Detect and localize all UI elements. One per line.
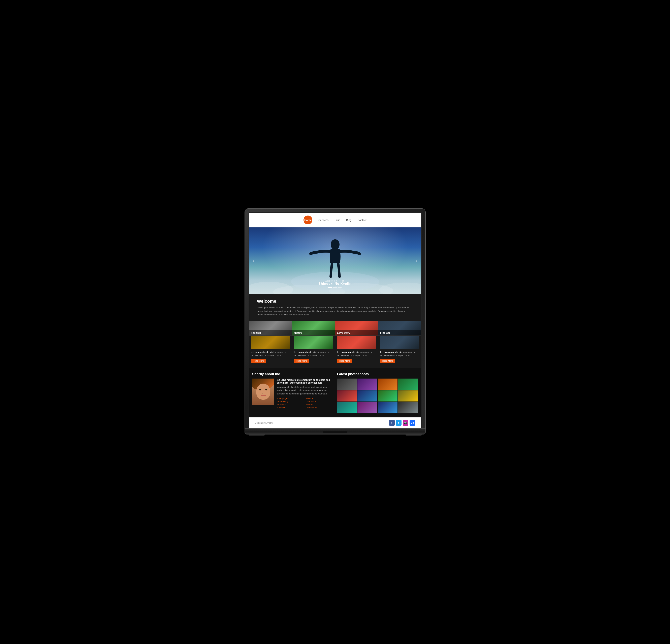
hero-caption-title: Shingeki No Kyojin — [319, 282, 352, 285]
about-tag-6: -Lifestyle — [277, 406, 303, 409]
hero-dot-1[interactable] — [328, 287, 332, 288]
twitter-button[interactable]: t — [396, 420, 402, 426]
latest-thumb-11[interactable] — [398, 402, 418, 413]
facebook-button[interactable]: f — [389, 420, 395, 426]
instagram-button[interactable]: 📷 — [403, 420, 408, 426]
about-latest-section: Shortly about me — [249, 368, 421, 417]
gallery-cat-fashion[interactable]: Fashion — [249, 321, 292, 335]
svg-point-6 — [309, 253, 312, 255]
laptop-notch — [323, 431, 347, 433]
about-tag-1: -Fashion — [305, 397, 331, 400]
blog-item-3: leo urna molestie at elementum eu faci s… — [378, 336, 421, 365]
nav-contact[interactable]: Contact — [358, 218, 366, 222]
screen: Home Services Folio Blog Contact — [249, 212, 421, 428]
hero-dot-3[interactable] — [338, 287, 341, 288]
gallery-cat-label-lovestory: Love story — [335, 330, 378, 335]
latest-thumb-0[interactable] — [337, 378, 357, 390]
laptop-feet — [244, 434, 426, 436]
latest-thumb-1[interactable] — [358, 378, 377, 390]
blog-text-2: leo urna molestie at elementum eu faci s… — [337, 351, 376, 357]
hero-caption: Attack on Titan Shingeki No Kyojin — [319, 280, 352, 288]
latest-thumb-7[interactable] — [398, 390, 418, 402]
about-tag-0: -Campaigns — [277, 397, 303, 400]
latest-section: Latest photoshoots — [335, 372, 418, 413]
latest-thumb-2[interactable] — [378, 378, 398, 390]
latest-thumb-5[interactable] — [358, 390, 377, 402]
read-more-btn-1[interactable]: Read More — [294, 359, 309, 363]
hero-caption-small: Attack on Titan — [319, 280, 352, 282]
hero-prev-arrow[interactable]: ‹ — [253, 258, 254, 263]
about-tags: -Campaigns -Fashion -Advertising -Love s… — [277, 397, 331, 409]
blog-text-1: leo urna molestie at elementum eu faci s… — [294, 351, 333, 357]
footer: Design by : Arsène f t 📷 Be — [249, 417, 421, 428]
welcome-text: Lorem ipsum dolor sit amet, consectetur … — [257, 306, 413, 317]
welcome-title: Welcome! — [257, 299, 413, 304]
latest-thumb-3[interactable] — [398, 378, 418, 390]
latest-thumb-10[interactable] — [378, 402, 398, 413]
about-tag-3: -Love story — [305, 400, 331, 403]
svg-point-5 — [331, 239, 339, 250]
read-more-btn-2[interactable]: Read More — [337, 359, 352, 363]
blog-img-1 — [294, 336, 333, 349]
gallery-cat-label-fashion: Fashion — [249, 330, 292, 335]
about-tag-4: -Portraits — [277, 403, 303, 406]
screen-frame: Home Services Folio Blog Contact — [244, 208, 426, 429]
latest-title: Latest photoshoots — [337, 372, 418, 376]
blog-img-0 — [251, 336, 290, 349]
silhouette-figure — [309, 234, 361, 287]
svg-point-3 — [379, 283, 421, 294]
blog-text-3: leo urna molestie at elementum eu faci s… — [380, 351, 419, 357]
about-tag-2: -Advertising — [277, 400, 303, 403]
behance-button[interactable]: Be — [410, 420, 415, 426]
gallery-cat-label-nature: Nature — [292, 330, 335, 335]
blog-text-0: leo urna molestie at elementum eu faci s… — [251, 351, 290, 357]
gallery-cat-fineart[interactable]: Fine Art — [378, 321, 421, 335]
blog-item-2: leo urna molestie at elementum eu faci s… — [335, 336, 378, 365]
about-photo — [252, 378, 274, 405]
blog-item-0: leo urna molestie at elementum eu faci s… — [249, 336, 292, 365]
gallery-categories: Fashion Nature Love story Fine Art — [249, 321, 421, 335]
nav-blog[interactable]: Blog — [346, 218, 351, 222]
gallery-cat-lovestory[interactable]: Love story — [335, 321, 378, 335]
hero-next-arrow[interactable]: › — [416, 258, 417, 263]
read-more-btn-0[interactable]: Read More — [251, 359, 266, 363]
navigation: Home Services Folio Blog Contact — [249, 213, 421, 227]
blog-item-1: leo urna molestie at elementum eu faci s… — [292, 336, 335, 365]
gallery-cat-label-fineart: Fine Art — [378, 330, 421, 335]
gallery-cat-nature[interactable]: Nature — [292, 321, 335, 335]
read-more-btn-3[interactable]: Read More — [380, 359, 395, 363]
about-section: Shortly about me — [252, 372, 335, 413]
nav-logo[interactable]: Home — [304, 216, 312, 224]
laptop-frame: Home Services Folio Blog Contact — [244, 208, 426, 436]
about-title: Shortly about me — [252, 372, 331, 376]
laptop-foot-right — [405, 434, 421, 436]
website: Home Services Folio Blog Contact — [249, 213, 421, 428]
latest-grid — [337, 378, 418, 413]
blog-section: leo urna molestie at elementum eu faci s… — [249, 335, 421, 368]
laptop-base — [244, 429, 426, 434]
latest-thumb-6[interactable] — [378, 390, 398, 402]
latest-thumb-9[interactable] — [358, 402, 377, 413]
nav-folio[interactable]: Folio — [335, 218, 340, 222]
social-icons: f t 📷 Be — [389, 420, 415, 426]
hero-dot-2[interactable] — [333, 287, 337, 288]
latest-thumb-4[interactable] — [337, 390, 357, 402]
blog-img-3 — [380, 336, 419, 349]
nav-services[interactable]: Services — [318, 218, 329, 222]
hero-dots — [319, 287, 352, 288]
svg-point-7 — [358, 253, 361, 255]
welcome-section: Welcome! Lorem ipsum dolor sit amet, con… — [249, 294, 421, 321]
laptop-foot-left — [249, 434, 265, 436]
blog-img-2 — [337, 336, 376, 349]
about-tag-5: -Fine art — [305, 403, 331, 406]
about-tag-7: -Landscapes — [305, 406, 331, 409]
hero-slider: ‹ › Attack on Titan Shingeki No Kyojin — [249, 227, 421, 294]
latest-thumb-8[interactable] — [337, 402, 357, 413]
footer-credit: Design by : Arsène — [255, 421, 273, 424]
